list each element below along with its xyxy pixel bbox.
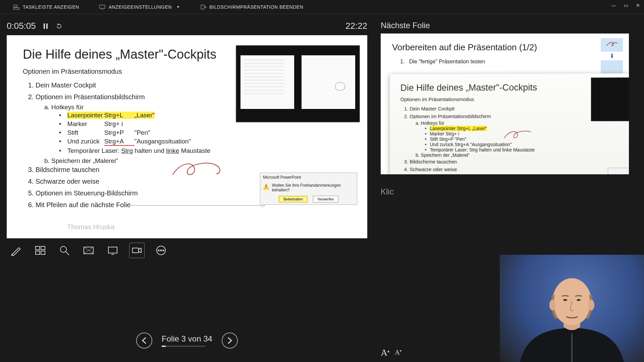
svg-rect-12 — [108, 247, 117, 253]
menubar-label: BILDSCHIRMPRÄSENTATION BEENDEN — [210, 4, 304, 10]
window-controls: — ▭ ✕ — [611, 3, 641, 8]
next-slide-preview[interactable]: Vorbereiten auf die Präsentation (1/2) 1… — [381, 34, 629, 174]
dialog-message: Wollen Sie Ihre Freihandanmerkungen beha… — [272, 183, 354, 192]
cockpit-screenshot — [591, 77, 629, 121]
svg-rect-9 — [41, 251, 45, 254]
pen-tool-button[interactable] — [9, 243, 23, 258]
all-slides-button[interactable] — [33, 243, 48, 258]
next-slide-title: Vorbereiten auf die Präsentation (1/2) — [392, 42, 618, 53]
font-size-controls: A▴ A▾ — [381, 347, 401, 358]
hotkey-key: linke — [166, 147, 179, 154]
hotkey-combo: Strg+ i — [104, 120, 135, 128]
dialog-keep-button[interactable]: Beibehalten — [279, 196, 308, 202]
camera-toggle-button[interactable] — [129, 243, 144, 258]
decrease-font-button[interactable]: A▾ — [395, 349, 401, 359]
dialog-title: Microsoft PowerPoint — [263, 175, 354, 180]
end-slideshow-button[interactable]: BILDSCHIRMPRÄSENTATION BEENDEN — [200, 4, 304, 10]
slide-footer: Thomas Hruska — [67, 223, 114, 231]
callout-arrow — [131, 203, 267, 204]
list-item: Bildschirme tauschen — [410, 158, 629, 166]
svg-rect-4 — [44, 23, 45, 29]
pause-button[interactable] — [42, 22, 49, 30]
hotkey-combo: Strg+P — [104, 129, 135, 136]
hotkey-key: Strg — [121, 147, 133, 154]
hotkey-note: „Laser" — [135, 112, 155, 119]
zoom-button[interactable] — [57, 243, 72, 258]
current-slide[interactable]: Die Hilfe deines „Master"-Cockpits Optio… — [7, 35, 367, 238]
chevron-down-icon: ▼ — [176, 5, 180, 9]
ink-annotation — [171, 158, 225, 178]
svg-point-22 — [577, 299, 581, 301]
svg-rect-1 — [14, 5, 17, 7]
reset-timer-button[interactable] — [55, 22, 63, 30]
svg-point-15 — [158, 250, 159, 251]
exit-icon — [200, 4, 206, 10]
maximize-button[interactable]: ▭ — [623, 3, 629, 8]
notes-placeholder: Klic — [381, 187, 641, 196]
hotkey-text: Maustaste — [179, 147, 210, 154]
ink-annotation — [503, 127, 536, 141]
timer-row: 0:05:05 22:22 — [7, 21, 367, 31]
display-settings-button[interactable]: ANZEIGEEINSTELLUNGEN ▼ — [99, 4, 180, 10]
svg-rect-13 — [132, 248, 139, 253]
more-options-button[interactable] — [154, 243, 168, 258]
display-icon — [99, 4, 105, 10]
hotkey-name: Und zurück — [67, 138, 104, 145]
slide-navigation: Folie 3 von 34 — [7, 333, 367, 355]
next-slide-button[interactable] — [222, 333, 238, 349]
hotkey-combo: Strg+A — [104, 138, 135, 146]
show-taskbar-button[interactable]: TASKLEISTE ANZEIGEN — [13, 4, 79, 10]
svg-rect-0 — [14, 8, 19, 9]
menubar-label: ANZEIGEEINSTELLUNGEN — [109, 4, 172, 10]
menubar-label: TASKLEISTE ANZEIGEN — [23, 4, 79, 10]
arrow-down-icon: ⬇ — [601, 52, 623, 60]
presenter-tool-strip — [7, 238, 367, 262]
taskbar-icon — [13, 4, 19, 10]
next-slide-item: 1. Die "fertige" Präsentation testen — [400, 59, 618, 65]
brain-icon — [335, 82, 345, 90]
svg-rect-2 — [100, 5, 105, 8]
svg-rect-3 — [201, 5, 204, 9]
increase-font-button[interactable]: A▴ — [381, 347, 389, 358]
svg-rect-7 — [41, 246, 45, 250]
bullet-row: Und zurück Strg+A "Ausgangssituation" — [425, 141, 629, 147]
svg-rect-6 — [36, 246, 40, 250]
hotkey-name: Marker — [67, 120, 104, 128]
bullet-row: Temporärer Laser: Strg halten und linke … — [425, 147, 629, 152]
hotkey-name: Stift — [67, 129, 104, 136]
sub-item: b. Speichern der „Malerei" — [416, 152, 629, 158]
svg-point-20 — [588, 300, 594, 310]
wall-clock: 22:22 — [345, 21, 367, 31]
svg-point-19 — [549, 300, 555, 310]
svg-point-10 — [60, 246, 66, 252]
dialog-discard-button[interactable]: Verwerfen — [313, 196, 338, 202]
svg-rect-5 — [46, 23, 48, 29]
hotkey-text: Temporärer Laser: — [67, 147, 121, 154]
slide-counter: Folie 3 von 34 — [162, 334, 212, 344]
subtitle-button[interactable] — [81, 243, 96, 258]
hotkey-note: "Ausgangssituation" — [135, 138, 191, 145]
hotkey-text: halten und — [133, 147, 166, 154]
svg-point-17 — [163, 250, 164, 251]
list-item: Optionen im Steuerung-Bildschirm — [410, 173, 629, 174]
svg-point-21 — [563, 299, 567, 301]
bullet-row: Und zurückStrg+A"Ausgangssituation" — [59, 137, 351, 146]
slide-thumbnails: ⬇ — [601, 38, 623, 75]
close-button[interactable]: ✕ — [635, 3, 641, 8]
bullet-row: Temporärer Laser: Strg halten und linke … — [59, 146, 351, 155]
previous-slide-button[interactable] — [136, 333, 152, 349]
svg-point-16 — [160, 250, 161, 251]
next-slide-label: Nächste Folie — [381, 21, 641, 30]
powerpoint-dialog: Microsoft PowerPoint ! Wollen Sie Ihre F… — [260, 173, 357, 205]
photographed-screen: Die Hilfe deines „Master"-Cockpits Optio… — [390, 73, 629, 174]
hotkey-note: "Pen" — [135, 129, 150, 136]
cockpit-screenshot — [236, 45, 360, 122]
black-screen-button[interactable] — [105, 243, 120, 258]
bullet-row: StiftStrg+P"Pen" — [59, 128, 351, 137]
hotkey-combo: Strg+L — [104, 112, 135, 119]
elapsed-time: 0:05:05 — [7, 21, 36, 31]
svg-rect-8 — [36, 251, 40, 254]
slide-progress — [162, 346, 205, 347]
minimize-button[interactable]: — — [611, 3, 616, 8]
camera-feed[interactable] — [500, 255, 644, 362]
